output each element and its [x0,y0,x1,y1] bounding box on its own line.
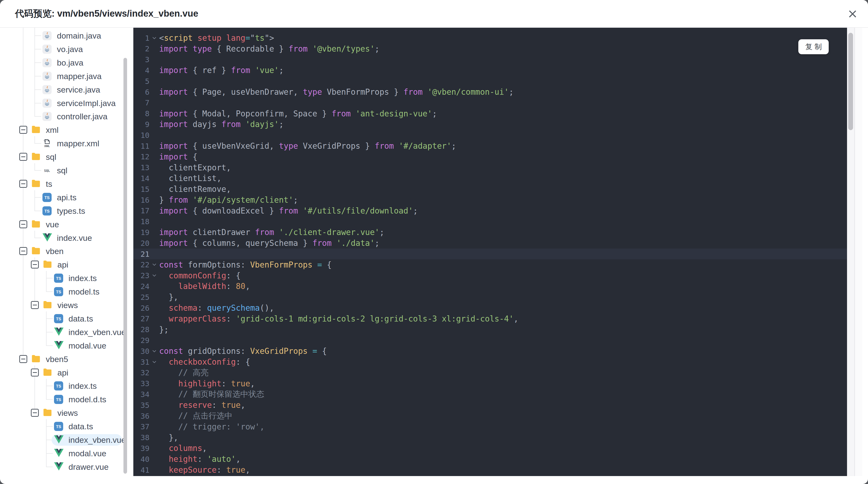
tree-item-vue[interactable]: vue [0,218,130,231]
tree-item-sql[interactable]: SQLsql [0,164,130,177]
code-line: 35 reserve: true, [133,400,847,411]
code-line: 36 // 点击行选中 [133,411,847,421]
tree-item-data-ts[interactable]: TSdata.ts [0,312,130,325]
line-number: 36 [133,412,150,420]
fold-chevron-down-icon[interactable] [150,359,159,365]
code-text: clientList, [159,173,221,183]
tree-item-mapper-java[interactable]: mapper.java [0,69,130,83]
code-editor[interactable]: 复 制 1<script setup lang="ts">2import typ… [133,28,847,476]
tree-item-sql[interactable]: sql [0,150,130,164]
sql-file-icon: SQL [42,166,52,175]
tree-item-drawer-vue[interactable]: drawer.vue [0,460,130,474]
close-icon[interactable]: × [843,4,862,23]
code-line: 3 [133,54,847,65]
code-line: 28}; [133,324,847,335]
code-line: 39 columns, [133,443,847,454]
tree-item-data-ts[interactable]: TSdata.ts [0,420,130,433]
tree-item-index-ts[interactable]: TSindex.ts [0,271,130,285]
tree-item-types-ts[interactable]: TStypes.ts [0,204,130,218]
tree-item-index-vben-vue[interactable]: index_vben.vue [0,325,130,339]
tree-item-service-java[interactable]: service.java [0,83,130,96]
tree-item-bo-java[interactable]: bo.java [0,56,130,69]
collapse-toggle-icon[interactable] [19,220,27,228]
collapse-toggle-icon[interactable] [31,368,39,377]
tree-item-ts[interactable]: ts [0,177,130,191]
tree-item-modal-vue[interactable]: modal.vue [0,447,130,460]
tree-item-index-vue[interactable]: index.vue [0,231,130,245]
tree-item-xml[interactable]: xml [0,123,130,137]
folder-icon [31,355,40,364]
code-line: 13 clientExport, [133,162,847,173]
tree-item-modal-vue[interactable]: modal.vue [0,339,130,352]
fold-chevron-down-icon[interactable] [150,262,159,267]
code-text: import { [159,152,197,161]
collapse-toggle-icon[interactable] [31,261,39,268]
tree-item-api[interactable]: api [0,258,130,271]
tree-item-label: vben [46,245,64,258]
code-line: 6import { Page, useVbenDrawer, type Vben… [133,87,847,97]
tree-item-views[interactable]: views [0,298,130,312]
svg-text:TS: TS [56,424,61,429]
fold-chevron-down-icon[interactable] [150,348,159,354]
collapse-toggle-icon[interactable] [31,301,39,309]
svg-text:SQL: SQL [44,169,50,172]
code-text: import { Modal, Popconfirm, Space } from… [159,109,437,118]
line-number: 10 [133,131,150,139]
tree-item-vben[interactable]: vben [0,245,130,258]
collapse-toggle-icon[interactable] [19,247,27,255]
code-line: 11import { useVbenVxeGrid, type VxeGridP… [133,140,847,151]
code-line: 34 // 翻页时保留选中状态 [133,389,847,400]
tree-item-api[interactable]: api [0,366,130,379]
tree-item-mapper-xml[interactable]: XMLmapper.xml [0,137,130,150]
line-number: 7 [133,98,150,107]
code-line: 20import { columns, querySchema } from '… [133,238,847,249]
java-file-icon [42,31,52,40]
line-number: 33 [133,379,150,388]
code-line: 31 checkboxConfig: { [133,356,847,367]
tree-item-index-ts[interactable]: TSindex.ts [0,379,130,393]
outer-scroll-gutter [855,28,862,476]
tree-item-label: vue [46,218,59,231]
svg-text:XML: XML [44,144,50,148]
tree-item-label: service.java [57,83,100,96]
tree-item-index-vben-vue[interactable]: index_vben.vue [0,433,130,447]
line-number: 6 [133,88,150,96]
tree-item-label: model.ts [68,285,100,298]
vue-file-icon [54,462,63,472]
code-line: 18 [133,216,847,227]
line-number: 15 [133,185,150,194]
code-text: const formOptions: VbenFormProps = { [159,260,332,269]
collapse-toggle-icon[interactable] [19,180,27,188]
editor-scrollbar-track[interactable] [847,28,854,476]
tree-item-views[interactable]: views [0,406,130,420]
tree-item-label: domain.java [57,29,101,42]
collapse-toggle-icon[interactable] [19,355,27,363]
code-line: 30const gridOptions: VxeGridProps = { [133,346,847,356]
tree-item-model-d-ts[interactable]: TSmodel.d.ts [0,393,130,406]
sidebar-scrollbar-thumb[interactable] [123,58,127,474]
tree-item-vben5[interactable]: vben5 [0,352,130,366]
fold-chevron-down-icon[interactable] [150,35,159,41]
svg-text:TS: TS [44,209,50,214]
tree-item-model-ts[interactable]: TSmodel.ts [0,285,130,298]
code-line: 25 }, [133,292,847,302]
editor-scrollbar-thumb[interactable] [848,33,853,130]
code-line: 5 [133,76,847,87]
tree-item-domain-java[interactable]: domain.java [0,29,130,42]
collapse-toggle-icon[interactable] [19,126,27,134]
collapse-toggle-icon[interactable] [31,409,39,417]
tree-item-label: model.d.ts [68,393,106,406]
tree-item-label: mapper.xml [57,137,99,150]
tree-item-serviceimpl-java[interactable]: serviceImpl.java [0,96,130,110]
collapse-toggle-icon[interactable] [19,153,27,161]
code-line: 22const formOptions: VbenFormProps = { [133,259,847,270]
svg-text:TS: TS [56,384,61,389]
tree-item-label: mapper.java [57,69,101,83]
code-text: }; [159,325,169,334]
tree-item-api-ts[interactable]: TSapi.ts [0,191,130,204]
code-line: 38 }, [133,432,847,443]
tree-item-vo-java[interactable]: vo.java [0,42,130,56]
tree-item-controller-java[interactable]: controller.java [0,110,130,123]
tree-item-label: types.ts [57,204,85,218]
fold-chevron-down-icon[interactable] [150,272,159,279]
